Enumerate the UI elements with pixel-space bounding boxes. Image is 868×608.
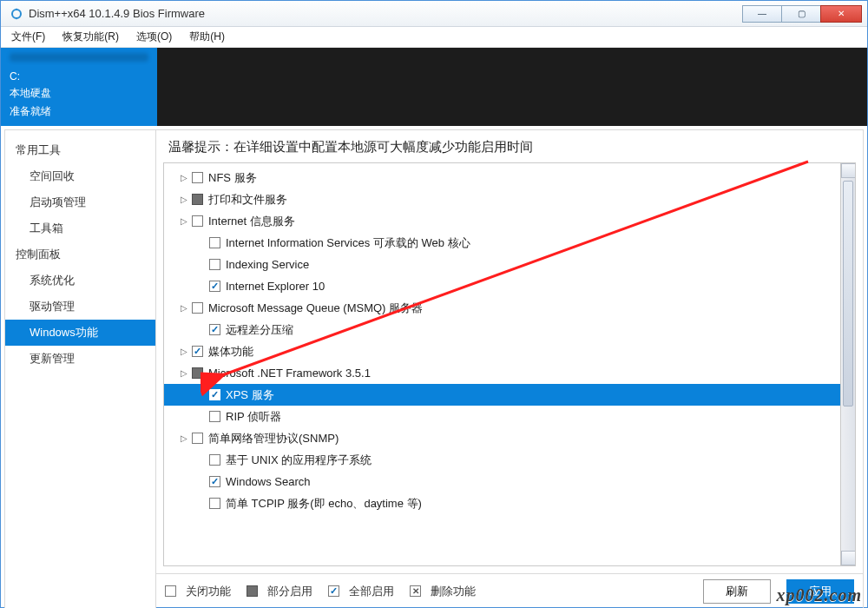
sidebar-item[interactable]: 驱动管理 (5, 294, 155, 320)
tree-item-label: Microsoft .NET Framework 3.5.1 (208, 367, 371, 380)
tree-item[interactable]: RIP 侦听器 (164, 406, 840, 427)
drive-type: 本地硬盘 (10, 86, 148, 101)
legend-all: 全部启用 (328, 584, 394, 599)
refresh-button[interactable]: 刷新 (703, 579, 771, 604)
sidebar-item[interactable]: Windows功能 (5, 320, 155, 346)
checkbox[interactable] (192, 172, 203, 183)
tree-item-label: 打印和文件服务 (208, 192, 287, 208)
tree-item[interactable]: Internet Explorer 10 (164, 275, 840, 297)
tree-item[interactable]: XPS 服务 (164, 384, 840, 406)
tree-item[interactable]: ▷Microsoft .NET Framework 3.5.1 (164, 362, 840, 384)
checkbox[interactable] (192, 215, 203, 227)
app-window: Dism++x64 10.1.4.9 Bios Firmware — ▢ ✕ 文… (0, 0, 868, 608)
expand-icon[interactable]: ▷ (180, 195, 188, 204)
content-body: 常用工具 空间回收启动项管理工具箱 控制面板 系统优化驱动管理Windows功能… (4, 129, 864, 608)
header-dark-area (157, 48, 867, 126)
menu-options[interactable]: 选项(O) (131, 28, 177, 46)
drive-info[interactable]: C: 本地硬盘 准备就绪 (1, 48, 157, 126)
tree-item[interactable]: 简单 TCPIP 服务(即 echo、daytime 等) (164, 492, 840, 514)
tree-item[interactable]: ▷Microsoft Message Queue (MSMQ) 服务器 (164, 297, 840, 319)
menu-file[interactable]: 文件(F) (6, 28, 50, 46)
sidebar-item[interactable]: 启动项管理 (5, 189, 155, 215)
expand-icon[interactable]: ▷ (180, 216, 188, 226)
maximize-button[interactable]: ▢ (781, 5, 821, 23)
menu-recover[interactable]: 恢复功能(R) (57, 28, 124, 46)
tree-item-label: 基于 UNIX 的应用程序子系统 (226, 453, 372, 468)
svg-point-0 (12, 10, 21, 18)
sidebar-item[interactable]: 更新管理 (5, 346, 155, 372)
tree-item-label: NFS 服务 (208, 170, 257, 186)
sidebar-item[interactable]: 系统优化 (5, 268, 155, 294)
tree-item[interactable]: ▷NFS 服务 (164, 167, 840, 188)
tree-item-label: Internet 信息服务 (208, 214, 295, 229)
tree-item[interactable]: 远程差分压缩 (164, 319, 840, 340)
hint-text: 温馨提示：在详细设置中配置本地源可大幅度减少功能启用时间 (156, 130, 863, 162)
sidebar-group-tools: 常用工具 (5, 137, 155, 163)
expand-icon[interactable]: ▷ (180, 347, 188, 356)
close-button[interactable]: ✕ (820, 5, 862, 23)
header-panel: C: 本地硬盘 准备就绪 (1, 48, 867, 126)
checkbox[interactable] (192, 302, 203, 314)
checkbox[interactable] (192, 433, 203, 444)
tree-item-label: Indexing Service (226, 258, 309, 271)
tree-item-label: 简单网络管理协议(SNMP) (208, 431, 339, 446)
scrollbar[interactable]: ▴ ▾ (840, 163, 855, 565)
tree-item-label: Internet Explorer 10 (226, 280, 325, 293)
expand-icon[interactable]: ▷ (180, 303, 188, 313)
tree-item-label: Microsoft Message Queue (MSMQ) 服务器 (208, 301, 423, 316)
sidebar: 常用工具 空间回收启动项管理工具箱 控制面板 系统优化驱动管理Windows功能… (5, 130, 156, 608)
feature-tree[interactable]: ▷NFS 服务▷打印和文件服务▷Internet 信息服务Internet In… (164, 163, 840, 565)
tree-item[interactable]: Windows Search (164, 471, 840, 492)
tree-item[interactable]: ▷Internet 信息服务 (164, 210, 840, 232)
tree-item[interactable]: 基于 UNIX 的应用程序子系统 (164, 449, 840, 471)
menu-bar: 文件(F) 恢复功能(R) 选项(O) 帮助(H) (1, 27, 867, 48)
feature-tree-container: ▷NFS 服务▷打印和文件服务▷Internet 信息服务Internet In… (163, 162, 856, 566)
drive-letter: C: (10, 70, 148, 83)
checkbox[interactable] (209, 498, 220, 509)
checkbox[interactable] (209, 476, 220, 487)
watermark: xp002.com (777, 585, 862, 605)
legend-off: 关闭功能 (165, 584, 231, 599)
tree-item-label: XPS 服务 (226, 387, 274, 403)
minimize-button[interactable]: — (742, 5, 782, 23)
scroll-thumb[interactable] (843, 181, 853, 406)
tree-item-label: RIP 侦听器 (226, 409, 281, 425)
sidebar-item[interactable]: 空间回收 (5, 163, 155, 189)
bottom-bar: 关闭功能 部分启用 全部启用 删除功能 刷新 应用 (156, 573, 863, 608)
tree-item[interactable]: Internet Information Services 可承载的 Web 核… (164, 232, 840, 254)
title-bar: Dism++x64 10.1.4.9 Bios Firmware — ▢ ✕ (1, 1, 867, 27)
tree-item-label: Windows Search (226, 475, 311, 488)
legend-delete: 删除功能 (410, 584, 476, 599)
expand-icon[interactable]: ▷ (180, 368, 188, 378)
tree-item[interactable]: ▷媒体功能 (164, 340, 840, 362)
checkbox[interactable] (192, 346, 203, 357)
checkbox[interactable] (209, 237, 220, 248)
checkbox[interactable] (209, 281, 220, 292)
tree-item[interactable]: ▷简单网络管理协议(SNMP) (164, 427, 840, 449)
checkbox[interactable] (209, 454, 220, 466)
tree-item[interactable]: Indexing Service (164, 254, 840, 275)
window-title: Dism++x64 10.1.4.9 Bios Firmware (29, 7, 742, 20)
tree-item-label: 媒体功能 (208, 344, 253, 360)
tree-item[interactable]: ▷打印和文件服务 (164, 188, 840, 210)
checkbox[interactable] (209, 389, 220, 400)
legend-partial: 部分启用 (247, 584, 312, 599)
menu-help[interactable]: 帮助(H) (184, 28, 230, 46)
checkbox[interactable] (192, 194, 203, 205)
sidebar-item[interactable]: 工具箱 (5, 215, 155, 241)
expand-icon[interactable]: ▷ (180, 433, 188, 443)
checkbox[interactable] (209, 324, 220, 335)
redacted-area (10, 53, 148, 62)
sidebar-group-control: 控制面板 (5, 241, 155, 268)
scroll-up-button[interactable]: ▴ (841, 163, 856, 178)
tree-item-label: 远程差分压缩 (226, 322, 293, 338)
checkbox[interactable] (209, 411, 220, 422)
window-controls: — ▢ ✕ (742, 5, 862, 23)
drive-status: 准备就绪 (10, 104, 148, 119)
tree-item-label: 简单 TCPIP 服务(即 echo、daytime 等) (226, 496, 422, 512)
expand-icon[interactable]: ▷ (180, 173, 188, 182)
checkbox[interactable] (209, 259, 220, 270)
tree-item-label: Internet Information Services 可承载的 Web 核… (226, 235, 470, 251)
scroll-down-button[interactable]: ▾ (841, 551, 856, 565)
checkbox[interactable] (192, 367, 203, 379)
